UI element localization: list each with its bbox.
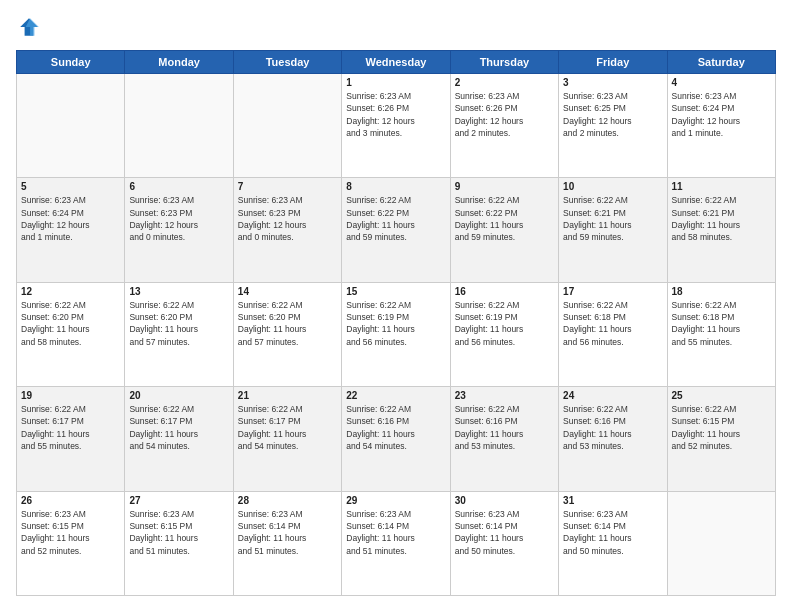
day-of-week-header: Tuesday (233, 51, 341, 74)
day-info: Sunrise: 6:22 AMSunset: 6:17 PMDaylight:… (21, 403, 120, 452)
day-info: Sunrise: 6:22 AMSunset: 6:17 PMDaylight:… (129, 403, 228, 452)
day-number: 30 (455, 495, 554, 506)
day-info: Sunrise: 6:22 AMSunset: 6:22 PMDaylight:… (455, 194, 554, 243)
calendar-cell: 18Sunrise: 6:22 AMSunset: 6:18 PMDayligh… (667, 282, 775, 386)
calendar-week-row: 12Sunrise: 6:22 AMSunset: 6:20 PMDayligh… (17, 282, 776, 386)
day-number: 21 (238, 390, 337, 401)
calendar-cell: 21Sunrise: 6:22 AMSunset: 6:17 PMDayligh… (233, 387, 341, 491)
calendar-cell: 29Sunrise: 6:23 AMSunset: 6:14 PMDayligh… (342, 491, 450, 595)
calendar-header-row: SundayMondayTuesdayWednesdayThursdayFrid… (17, 51, 776, 74)
day-info: Sunrise: 6:22 AMSunset: 6:21 PMDaylight:… (563, 194, 662, 243)
calendar-cell: 5Sunrise: 6:23 AMSunset: 6:24 PMDaylight… (17, 178, 125, 282)
day-info: Sunrise: 6:22 AMSunset: 6:20 PMDaylight:… (129, 299, 228, 348)
day-of-week-header: Saturday (667, 51, 775, 74)
day-info: Sunrise: 6:22 AMSunset: 6:16 PMDaylight:… (346, 403, 445, 452)
day-number: 19 (21, 390, 120, 401)
day-info: Sunrise: 6:22 AMSunset: 6:19 PMDaylight:… (455, 299, 554, 348)
calendar-table: SundayMondayTuesdayWednesdayThursdayFrid… (16, 50, 776, 596)
calendar-cell: 30Sunrise: 6:23 AMSunset: 6:14 PMDayligh… (450, 491, 558, 595)
calendar-cell: 17Sunrise: 6:22 AMSunset: 6:18 PMDayligh… (559, 282, 667, 386)
day-info: Sunrise: 6:22 AMSunset: 6:16 PMDaylight:… (563, 403, 662, 452)
day-number: 3 (563, 77, 662, 88)
calendar-cell: 31Sunrise: 6:23 AMSunset: 6:14 PMDayligh… (559, 491, 667, 595)
calendar-cell (667, 491, 775, 595)
day-info: Sunrise: 6:22 AMSunset: 6:20 PMDaylight:… (21, 299, 120, 348)
calendar-cell: 11Sunrise: 6:22 AMSunset: 6:21 PMDayligh… (667, 178, 775, 282)
calendar-cell: 27Sunrise: 6:23 AMSunset: 6:15 PMDayligh… (125, 491, 233, 595)
calendar-cell: 15Sunrise: 6:22 AMSunset: 6:19 PMDayligh… (342, 282, 450, 386)
day-info: Sunrise: 6:22 AMSunset: 6:17 PMDaylight:… (238, 403, 337, 452)
day-number: 5 (21, 181, 120, 192)
calendar-cell: 6Sunrise: 6:23 AMSunset: 6:23 PMDaylight… (125, 178, 233, 282)
day-number: 22 (346, 390, 445, 401)
day-number: 14 (238, 286, 337, 297)
calendar-cell: 22Sunrise: 6:22 AMSunset: 6:16 PMDayligh… (342, 387, 450, 491)
day-info: Sunrise: 6:23 AMSunset: 6:24 PMDaylight:… (21, 194, 120, 243)
calendar-cell: 26Sunrise: 6:23 AMSunset: 6:15 PMDayligh… (17, 491, 125, 595)
day-number: 6 (129, 181, 228, 192)
calendar-cell: 9Sunrise: 6:22 AMSunset: 6:22 PMDaylight… (450, 178, 558, 282)
day-info: Sunrise: 6:22 AMSunset: 6:20 PMDaylight:… (238, 299, 337, 348)
day-number: 15 (346, 286, 445, 297)
day-number: 29 (346, 495, 445, 506)
calendar-cell: 2Sunrise: 6:23 AMSunset: 6:26 PMDaylight… (450, 74, 558, 178)
calendar-week-row: 5Sunrise: 6:23 AMSunset: 6:24 PMDaylight… (17, 178, 776, 282)
day-number: 25 (672, 390, 771, 401)
day-info: Sunrise: 6:23 AMSunset: 6:26 PMDaylight:… (455, 90, 554, 139)
day-number: 31 (563, 495, 662, 506)
calendar-cell (17, 74, 125, 178)
day-number: 23 (455, 390, 554, 401)
day-number: 18 (672, 286, 771, 297)
day-of-week-header: Friday (559, 51, 667, 74)
day-info: Sunrise: 6:23 AMSunset: 6:15 PMDaylight:… (129, 508, 228, 557)
calendar-cell: 24Sunrise: 6:22 AMSunset: 6:16 PMDayligh… (559, 387, 667, 491)
day-info: Sunrise: 6:23 AMSunset: 6:15 PMDaylight:… (21, 508, 120, 557)
calendar-cell: 8Sunrise: 6:22 AMSunset: 6:22 PMDaylight… (342, 178, 450, 282)
day-info: Sunrise: 6:22 AMSunset: 6:18 PMDaylight:… (563, 299, 662, 348)
day-info: Sunrise: 6:23 AMSunset: 6:25 PMDaylight:… (563, 90, 662, 139)
day-info: Sunrise: 6:22 AMSunset: 6:18 PMDaylight:… (672, 299, 771, 348)
day-of-week-header: Wednesday (342, 51, 450, 74)
calendar-week-row: 1Sunrise: 6:23 AMSunset: 6:26 PMDaylight… (17, 74, 776, 178)
day-number: 16 (455, 286, 554, 297)
calendar-cell: 20Sunrise: 6:22 AMSunset: 6:17 PMDayligh… (125, 387, 233, 491)
day-of-week-header: Monday (125, 51, 233, 74)
calendar-cell: 7Sunrise: 6:23 AMSunset: 6:23 PMDaylight… (233, 178, 341, 282)
calendar-cell: 13Sunrise: 6:22 AMSunset: 6:20 PMDayligh… (125, 282, 233, 386)
calendar-cell: 12Sunrise: 6:22 AMSunset: 6:20 PMDayligh… (17, 282, 125, 386)
day-info: Sunrise: 6:23 AMSunset: 6:14 PMDaylight:… (346, 508, 445, 557)
header (16, 16, 776, 42)
day-number: 10 (563, 181, 662, 192)
calendar-cell: 25Sunrise: 6:22 AMSunset: 6:15 PMDayligh… (667, 387, 775, 491)
day-number: 26 (21, 495, 120, 506)
day-of-week-header: Sunday (17, 51, 125, 74)
day-info: Sunrise: 6:22 AMSunset: 6:21 PMDaylight:… (672, 194, 771, 243)
calendar-week-row: 26Sunrise: 6:23 AMSunset: 6:15 PMDayligh… (17, 491, 776, 595)
calendar-cell: 4Sunrise: 6:23 AMSunset: 6:24 PMDaylight… (667, 74, 775, 178)
day-number: 28 (238, 495, 337, 506)
day-number: 9 (455, 181, 554, 192)
day-info: Sunrise: 6:22 AMSunset: 6:16 PMDaylight:… (455, 403, 554, 452)
calendar-cell (233, 74, 341, 178)
day-info: Sunrise: 6:23 AMSunset: 6:14 PMDaylight:… (563, 508, 662, 557)
calendar-cell: 3Sunrise: 6:23 AMSunset: 6:25 PMDaylight… (559, 74, 667, 178)
calendar-cell: 10Sunrise: 6:22 AMSunset: 6:21 PMDayligh… (559, 178, 667, 282)
day-number: 27 (129, 495, 228, 506)
day-info: Sunrise: 6:23 AMSunset: 6:23 PMDaylight:… (238, 194, 337, 243)
day-info: Sunrise: 6:23 AMSunset: 6:23 PMDaylight:… (129, 194, 228, 243)
day-number: 4 (672, 77, 771, 88)
calendar-cell: 14Sunrise: 6:22 AMSunset: 6:20 PMDayligh… (233, 282, 341, 386)
day-number: 11 (672, 181, 771, 192)
logo-icon (18, 16, 40, 38)
calendar-cell (125, 74, 233, 178)
day-info: Sunrise: 6:22 AMSunset: 6:22 PMDaylight:… (346, 194, 445, 243)
day-info: Sunrise: 6:23 AMSunset: 6:26 PMDaylight:… (346, 90, 445, 139)
calendar-week-row: 19Sunrise: 6:22 AMSunset: 6:17 PMDayligh… (17, 387, 776, 491)
day-info: Sunrise: 6:23 AMSunset: 6:14 PMDaylight:… (238, 508, 337, 557)
day-number: 12 (21, 286, 120, 297)
calendar-cell: 23Sunrise: 6:22 AMSunset: 6:16 PMDayligh… (450, 387, 558, 491)
calendar-cell: 1Sunrise: 6:23 AMSunset: 6:26 PMDaylight… (342, 74, 450, 178)
page: SundayMondayTuesdayWednesdayThursdayFrid… (0, 0, 792, 612)
day-number: 7 (238, 181, 337, 192)
day-number: 2 (455, 77, 554, 88)
